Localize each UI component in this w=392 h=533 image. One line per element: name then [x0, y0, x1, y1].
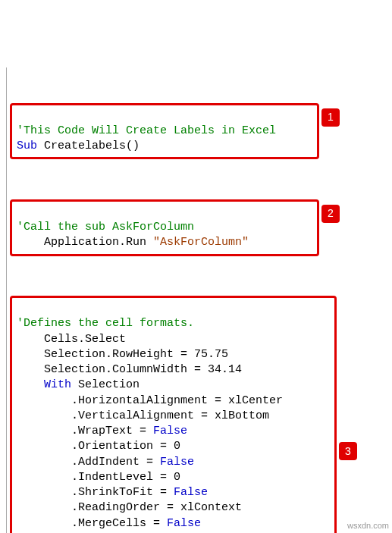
- code-container: 1'This Code Will Create Labels in Excel …: [6, 67, 386, 533]
- code-text: Selection.ColumnWidth = 34.14: [17, 363, 242, 376]
- code-text: .VerticalAlignment = xlBottom: [71, 409, 269, 422]
- code-comment: 'Defines the cell formats.: [17, 317, 194, 330]
- code-padding: [17, 501, 71, 514]
- code-text: Createlabels(): [37, 140, 140, 152]
- code-padding: [17, 440, 71, 453]
- code-padding: [17, 394, 71, 407]
- code-value: False: [167, 517, 201, 530]
- code-block-2: 2'Call the sub AskForColumn Application.…: [10, 199, 319, 256]
- code-comment: 'This Code Will Create Labels in Excel: [17, 124, 276, 137]
- code-text: .HorizontalAlignment = xlCenter: [71, 394, 283, 407]
- code-text: Cells.Select: [17, 333, 126, 346]
- code-padding: [17, 425, 71, 437]
- code-text: .MergeCells =: [71, 517, 167, 530]
- annotation-badge-1: 1: [321, 108, 340, 127]
- code-text: Selection: [71, 378, 140, 391]
- code-padding: [17, 471, 71, 484]
- code-value: False: [160, 456, 194, 469]
- code-text: .WrapText =: [71, 425, 153, 437]
- code-padding: [17, 486, 71, 499]
- code-text: Application.Run: [44, 236, 153, 249]
- code-keyword: Sub: [17, 140, 37, 152]
- annotation-badge-3: 3: [339, 442, 357, 460]
- code-value: False: [153, 425, 187, 437]
- code-text: .IndentLevel = 0: [71, 471, 180, 484]
- code-string: "AskForColumn": [153, 236, 249, 249]
- code-block-3: 3'Defines the cell formats. Cells.Select…: [10, 296, 337, 533]
- code-padding: [17, 456, 71, 469]
- code-padding: [17, 378, 44, 391]
- code-comment: 'Call the sub AskForColumn: [17, 221, 194, 234]
- code-padding: [17, 236, 44, 249]
- code-value: False: [174, 486, 208, 499]
- annotation-badge-2: 2: [321, 205, 340, 223]
- code-text: .Orientation = 0: [71, 440, 180, 453]
- code-padding: [17, 409, 71, 422]
- code-padding: [17, 517, 71, 530]
- code-keyword: With: [44, 378, 71, 391]
- code-text: .ShrinkToFit =: [71, 486, 174, 499]
- code-text: Selection.RowHeight = 75.75: [17, 348, 228, 361]
- code-text: .ReadingOrder = xlContext: [71, 501, 242, 514]
- code-text: .AddIndent =: [71, 456, 160, 469]
- code-block-1: 1'This Code Will Create Labels in Excel …: [10, 103, 319, 160]
- watermark: wsxdn.com: [347, 520, 389, 531]
